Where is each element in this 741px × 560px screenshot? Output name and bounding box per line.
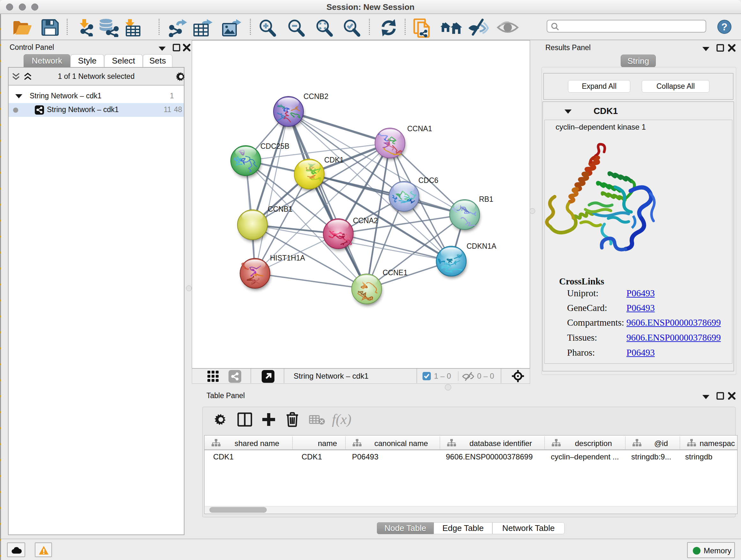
svg-text:CDKN1A: CDKN1A [467, 242, 496, 250]
svg-text:RB1: RB1 [479, 195, 493, 203]
svg-text:CCNB2: CCNB2 [304, 92, 328, 101]
svg-text:CCNB1: CCNB1 [268, 205, 293, 213]
svg-text:CCNE1: CCNE1 [383, 268, 408, 277]
svg-text:CDC25B: CDC25B [260, 142, 289, 150]
svg-text:CCNA2: CCNA2 [353, 216, 378, 225]
svg-text:CDK1: CDK1 [324, 156, 344, 164]
svg-text:HIST1H1A: HIST1H1A [270, 254, 306, 262]
svg-text:CDC6: CDC6 [418, 176, 439, 185]
svg-text:CCNA1: CCNA1 [407, 125, 432, 133]
